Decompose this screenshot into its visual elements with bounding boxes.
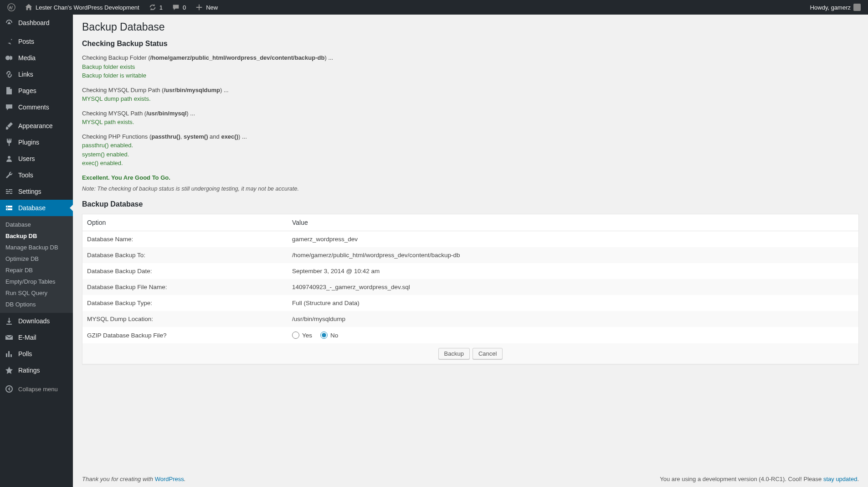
option-value: /usr/bin/mysqldump bbox=[288, 311, 858, 327]
collapse-label: Collapse menu bbox=[18, 386, 58, 393]
plug-icon bbox=[5, 138, 14, 147]
sidebar-item-label: Plugins bbox=[18, 139, 39, 146]
site-title: Lester Chan's WordPress Development bbox=[36, 4, 139, 11]
cancel-button[interactable]: Cancel bbox=[473, 348, 503, 359]
sidebar-item-plugins[interactable]: Plugins bbox=[0, 134, 73, 150]
sidebar-item-downloads[interactable]: Downloads bbox=[0, 313, 73, 329]
gzip-yes-label[interactable]: Yes bbox=[292, 332, 312, 339]
option-name: Database Backup Type: bbox=[82, 295, 288, 311]
backup-options-table: Option Value Database Name:gamerz_wordpr… bbox=[82, 214, 859, 364]
sidebar-item-appearance[interactable]: Appearance bbox=[0, 118, 73, 134]
wp-logo[interactable] bbox=[4, 0, 19, 15]
svg-point-3 bbox=[7, 206, 8, 207]
option-name: Database Backup To: bbox=[82, 247, 288, 263]
submenu-item-backup-db[interactable]: Backup DB bbox=[0, 230, 73, 242]
database-icon bbox=[5, 203, 14, 212]
gzip-no-label[interactable]: No bbox=[320, 332, 338, 339]
option-value: gamerz_wordpress_dev bbox=[288, 231, 858, 247]
howdy-text: Howdy, gamerz bbox=[810, 4, 851, 11]
check-result: MYSQL dump path exists. bbox=[82, 94, 859, 104]
link-icon bbox=[5, 70, 14, 79]
collapse-icon bbox=[5, 384, 14, 394]
wordpress-icon bbox=[7, 3, 15, 11]
check-block: Checking MYSQL Dump Path (/usr/bin/mysql… bbox=[82, 86, 859, 104]
media-icon bbox=[5, 53, 14, 62]
backup-button[interactable]: Backup bbox=[438, 348, 470, 359]
option-name: Database Backup File Name: bbox=[82, 279, 288, 295]
status-note: Note: The checking of backup status is s… bbox=[82, 186, 859, 192]
table-row: Database Backup To:/home/gamerz/public_h… bbox=[82, 247, 858, 263]
table-row-gzip: GZIP Database Backup File? Yes No bbox=[82, 327, 858, 343]
sidebar-item-label: Dashboard bbox=[18, 19, 50, 26]
option-name: MYSQL Dump Location: bbox=[82, 311, 288, 327]
sidebar-item-tools[interactable]: Tools bbox=[0, 167, 73, 183]
sidebar-item-label: Posts bbox=[18, 38, 34, 45]
wordpress-link[interactable]: WordPress bbox=[155, 476, 184, 482]
avatar bbox=[853, 4, 861, 11]
updates-link[interactable]: 1 bbox=[145, 0, 166, 15]
stay-updated-link[interactable]: stay updated bbox=[823, 476, 857, 482]
sidebar-item-ratings[interactable]: Ratings bbox=[0, 362, 73, 378]
gzip-yes-radio[interactable] bbox=[292, 332, 299, 339]
option-value: /home/gamerz/public_html/wordpress_dev/c… bbox=[288, 247, 858, 263]
sidebar-item-label: Users bbox=[18, 155, 35, 162]
collapse-menu[interactable]: Collapse menu bbox=[0, 381, 73, 397]
my-account-link[interactable]: Howdy, gamerz bbox=[806, 4, 864, 11]
sidebar-item-dashboard[interactable]: Dashboard bbox=[0, 15, 73, 31]
sidebar-item-database[interactable]: Database bbox=[0, 200, 73, 216]
page-title: Backup Database bbox=[82, 21, 859, 33]
submenu-item-optimize-db[interactable]: Optimize DB bbox=[0, 253, 73, 264]
sidebar-item-users[interactable]: Users bbox=[0, 150, 73, 167]
sidebar-item-label: Comments bbox=[18, 104, 49, 111]
sidebar-item-settings[interactable]: Settings bbox=[0, 183, 73, 200]
check-block: Checking Backup Folder (/home/gamerz/pub… bbox=[82, 53, 859, 80]
sidebar-item-comments[interactable]: Comments bbox=[0, 99, 73, 115]
updates-icon bbox=[149, 3, 157, 11]
sidebar-item-posts[interactable]: Posts bbox=[0, 33, 73, 50]
admin-sidebar: Dashboard Posts Media Links Pages Commen… bbox=[0, 15, 73, 487]
comments-count: 0 bbox=[183, 4, 186, 11]
table-row: Database Name:gamerz_wordpress_dev bbox=[82, 231, 858, 247]
svg-point-0 bbox=[8, 4, 15, 11]
option-name: Database Name: bbox=[82, 231, 288, 247]
star-icon bbox=[5, 366, 14, 375]
sidebar-item-label: Database bbox=[18, 204, 46, 212]
submenu-item-empty-drop[interactable]: Empty/Drop Tables bbox=[0, 276, 73, 287]
sidebar-item-media[interactable]: Media bbox=[0, 50, 73, 66]
form-heading: Backup Database bbox=[82, 200, 859, 208]
wrench-icon bbox=[5, 171, 14, 180]
mail-icon bbox=[5, 333, 14, 342]
sidebar-item-label: Ratings bbox=[18, 367, 40, 374]
new-content-link[interactable]: New bbox=[191, 0, 221, 15]
sidebar-item-pages[interactable]: Pages bbox=[0, 83, 73, 99]
footer-right: You are using a development version (4.0… bbox=[660, 476, 859, 482]
check-php-functions: Checking PHP Functions (passthru(), syst… bbox=[82, 132, 859, 168]
check-php-header: Checking PHP Functions (passthru(), syst… bbox=[82, 132, 859, 141]
check-result: MYSQL path exists. bbox=[82, 118, 859, 127]
chart-icon bbox=[5, 349, 14, 358]
gzip-no-radio[interactable] bbox=[320, 332, 328, 339]
sidebar-item-label: Polls bbox=[18, 350, 32, 357]
sidebar-item-links[interactable]: Links bbox=[0, 66, 73, 83]
sidebar-item-label: Settings bbox=[18, 188, 41, 195]
submenu-item-repair-db[interactable]: Repair DB bbox=[0, 264, 73, 276]
check-header: Checking MYSQL Dump Path (/usr/bin/mysql… bbox=[82, 86, 859, 95]
option-value: Yes No bbox=[288, 327, 858, 343]
check-result: Backup folder exists bbox=[82, 62, 859, 72]
pin-icon bbox=[5, 37, 14, 46]
option-value: 1409740923_-_gamerz_wordpress_dev.sql bbox=[288, 279, 858, 295]
footer-left: Thank you for creating with WordPress. bbox=[82, 476, 185, 482]
comments-link[interactable]: 0 bbox=[168, 0, 190, 15]
submenu-item-database[interactable]: Database bbox=[0, 219, 73, 230]
sidebar-item-polls[interactable]: Polls bbox=[0, 346, 73, 362]
sidebar-item-label: E-Mail bbox=[18, 334, 36, 341]
submenu-item-db-options[interactable]: DB Options bbox=[0, 299, 73, 310]
site-name-link[interactable]: Lester Chan's WordPress Development bbox=[21, 0, 143, 15]
table-row: Database Backup Type:Full (Structure and… bbox=[82, 295, 858, 311]
submenu-item-manage-backup[interactable]: Manage Backup DB bbox=[0, 242, 73, 253]
submenu-item-run-sql[interactable]: Run SQL Query bbox=[0, 287, 73, 299]
comment-icon bbox=[5, 103, 14, 112]
check-result: Backup folder is writable bbox=[82, 71, 859, 80]
sidebar-item-email[interactable]: E-Mail bbox=[0, 329, 73, 346]
main-content: Backup Database Checking Backup Status C… bbox=[73, 15, 868, 487]
